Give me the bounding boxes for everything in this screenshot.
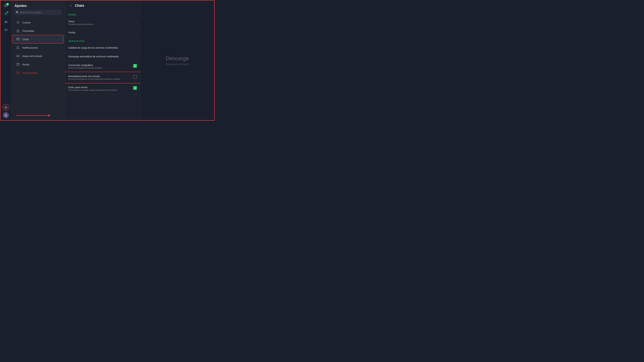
help-icon bbox=[16, 62, 20, 66]
pantalla-section-label: Pantalla bbox=[65, 11, 140, 17]
correccion-item[interactable]: Corrección ortográfica Revisa la ortogra… bbox=[65, 61, 140, 72]
keyboard-icon bbox=[16, 54, 20, 58]
svg-point-3 bbox=[5, 13, 6, 14]
fondo-setting[interactable]: Fondo › bbox=[65, 28, 140, 37]
emojis-subtitle: El emoji reemplazará el texto específico… bbox=[68, 78, 133, 80]
menu-label-logout: Cerrar sesión bbox=[22, 71, 38, 74]
menu-label-ayuda: Ayuda bbox=[22, 63, 29, 66]
download-title: Descarga bbox=[166, 55, 189, 61]
menu-item-logout[interactable]: Cerrar sesión bbox=[12, 69, 64, 77]
icon-bar: 9 bbox=[0, 0, 11, 120]
svg-point-23 bbox=[16, 63, 20, 66]
download-subtitle: Descarga la aplicación bbox=[166, 63, 189, 65]
enter-enviar-title: Enter para enviar bbox=[68, 86, 133, 89]
correccion-subtitle: Revisa la ortografía mientras escribes. bbox=[68, 67, 133, 69]
search-box[interactable]: 🔍 bbox=[14, 10, 62, 15]
svg-point-6 bbox=[5, 29, 6, 30]
svg-point-12 bbox=[18, 21, 18, 22]
chats-content: Pantalla Tema Predeterminado del sistema… bbox=[65, 11, 140, 120]
lock-icon bbox=[16, 29, 20, 33]
svg-point-10 bbox=[5, 107, 6, 108]
svg-rect-17 bbox=[16, 55, 20, 57]
search-icon: 🔍 bbox=[16, 11, 19, 14]
svg-rect-14 bbox=[16, 38, 20, 40]
arrow-line bbox=[16, 115, 50, 116]
chats-panel-title: Chats bbox=[75, 4, 84, 7]
settings-menu: Cuenta Privacidad Chats bbox=[11, 17, 65, 113]
tema-setting[interactable]: Tema Predeterminado del sistema › bbox=[65, 17, 140, 28]
svg-rect-13 bbox=[17, 31, 19, 32]
download-panel: Descarga Descarga la aplicación bbox=[140, 0, 214, 120]
fondo-chevron: › bbox=[136, 31, 137, 34]
correccion-checkbox[interactable] bbox=[133, 64, 137, 68]
svg-point-11 bbox=[5, 114, 6, 115]
chats-nav-icon[interactable]: 9 bbox=[2, 2, 9, 9]
menu-item-atajos[interactable]: Atajos del teclado bbox=[12, 52, 64, 60]
enter-enviar-checkbox[interactable] bbox=[133, 86, 137, 90]
ajustes-chats-label: Ajustes de chats bbox=[65, 37, 140, 43]
descarga-chevron: › bbox=[136, 55, 137, 58]
enter-enviar-subtitle: Se enviará tu mensaje cuando presiones l… bbox=[68, 89, 133, 91]
logout-icon bbox=[16, 71, 20, 75]
menu-label-atajos: Atajos del teclado bbox=[22, 55, 42, 57]
search-input[interactable] bbox=[20, 11, 60, 14]
calidad-multimedia-title: Calidad de carga de los archivos multime… bbox=[68, 46, 136, 49]
tema-title: Tema bbox=[68, 20, 136, 23]
settings-title: Ajustes bbox=[11, 0, 65, 10]
menu-item-chats[interactable]: Chats bbox=[12, 35, 64, 43]
arrow-annotation bbox=[11, 113, 65, 120]
enter-enviar-item[interactable]: Enter para enviar Se enviará tu mensaje … bbox=[65, 83, 140, 94]
fondo-title: Fondo bbox=[68, 31, 136, 34]
communities-nav-icon[interactable] bbox=[2, 18, 9, 25]
profile-badge bbox=[7, 11, 8, 13]
emojis-item[interactable]: Reemplaza texto con emojis El emoji reem… bbox=[65, 72, 140, 83]
menu-item-ayuda[interactable]: Ayuda bbox=[12, 60, 64, 68]
menu-item-notificaciones[interactable]: Notificaciones bbox=[12, 43, 64, 52]
calidad-multimedia-setting[interactable]: Calidad de carga de los archivos multime… bbox=[65, 43, 140, 52]
descarga-automatica-title: Descarga automática de archivos multimed… bbox=[68, 55, 136, 58]
emojis-checkbox[interactable] bbox=[133, 75, 137, 79]
tema-chevron: › bbox=[136, 21, 137, 24]
menu-label-privacidad: Privacidad bbox=[22, 29, 34, 32]
settings-nav-icon[interactable] bbox=[2, 104, 9, 111]
profile-nav-icon[interactable] bbox=[2, 10, 9, 17]
arrow-head bbox=[48, 114, 50, 117]
menu-label-notificaciones: Notificaciones bbox=[22, 46, 38, 49]
account-icon bbox=[16, 20, 20, 24]
tema-subtitle: Predeterminado del sistema bbox=[68, 23, 136, 25]
avatar[interactable] bbox=[3, 112, 9, 118]
chat-list-icon bbox=[16, 37, 20, 41]
menu-label-chats: Chats bbox=[22, 38, 29, 41]
calidad-chevron: › bbox=[136, 46, 137, 49]
back-button[interactable] bbox=[68, 3, 73, 8]
correccion-title: Corrección ortográfica bbox=[68, 64, 133, 66]
bell-icon bbox=[16, 45, 20, 50]
contacts-nav-icon[interactable] bbox=[2, 27, 9, 33]
menu-item-cuenta[interactable]: Cuenta bbox=[12, 18, 64, 26]
settings-panel: Ajustes 🔍 Cuenta Privacidad bbox=[11, 0, 65, 120]
chats-panel: Chats Pantalla Tema Predeterminado del s… bbox=[65, 0, 140, 120]
descarga-automatica-setting[interactable]: Descarga automática de archivos multimed… bbox=[65, 52, 140, 61]
chat-badge: 9 bbox=[6, 3, 9, 5]
menu-label-cuenta: Cuenta bbox=[22, 21, 30, 24]
svg-point-5 bbox=[6, 21, 7, 22]
svg-point-4 bbox=[5, 21, 6, 22]
chats-header: Chats bbox=[65, 0, 140, 11]
menu-item-privacidad[interactable]: Privacidad bbox=[12, 27, 64, 35]
emojis-title: Reemplaza texto con emojis bbox=[68, 75, 133, 78]
